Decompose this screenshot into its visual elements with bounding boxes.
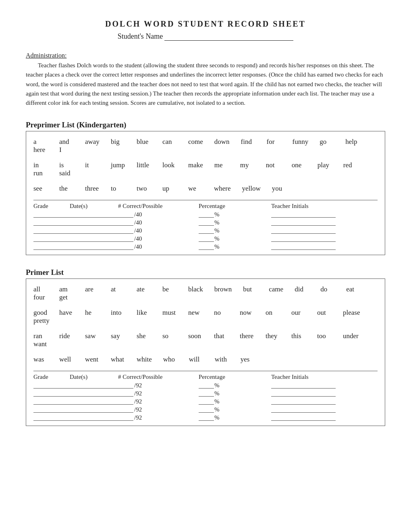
word: here	[33, 146, 48, 154]
correct-cell: /40	[118, 235, 199, 242]
primer-row2: good have he into like must new no now o…	[33, 309, 378, 325]
word: it	[85, 161, 100, 169]
word: down	[214, 138, 230, 146]
record-row: /92 %	[33, 398, 378, 405]
word: on	[266, 309, 280, 317]
word: black	[188, 285, 203, 293]
record-row: /92 %	[33, 414, 378, 421]
word: be	[162, 285, 177, 293]
record-header: Grade Date(s) # Correct/Possible Percent…	[33, 374, 378, 380]
pct-cell: %	[199, 243, 271, 250]
word: am	[59, 285, 74, 293]
word: this	[291, 332, 306, 340]
record-row: /40 %	[33, 227, 378, 234]
record-row: /40 %	[33, 235, 378, 242]
primer-section: Primer List all am are at ate be black b…	[26, 268, 385, 426]
correct-cell: /92	[118, 414, 199, 421]
correct-cell: /92	[118, 406, 199, 413]
word: who	[163, 355, 178, 364]
word: soon	[188, 332, 203, 340]
correct-cell: /40	[118, 243, 199, 250]
word: please	[343, 309, 360, 317]
correct-cell: /40	[118, 219, 199, 226]
word: out	[317, 309, 332, 317]
word: good	[33, 309, 48, 317]
word: not	[266, 161, 280, 169]
word: will	[189, 355, 203, 364]
student-name-input-line	[164, 32, 293, 41]
word: see	[33, 185, 48, 193]
col-percentage: Percentage	[199, 203, 271, 210]
col-dates: Date(s)	[70, 374, 118, 380]
initials-blank	[271, 415, 336, 421]
preprimer-section: Preprimer List (Kindergarten) a and away…	[26, 121, 385, 255]
word: want	[33, 340, 48, 348]
word: big	[111, 138, 125, 146]
col-initials: Teacher Initials	[271, 203, 336, 210]
record-row: /92 %	[33, 382, 378, 389]
col-dates: Date(s)	[70, 203, 118, 210]
pct-cell: %	[199, 390, 271, 397]
initials-blank	[271, 220, 336, 226]
initials-blank	[271, 236, 336, 242]
word: come	[188, 138, 203, 146]
word: I	[59, 146, 74, 154]
word: went	[85, 355, 100, 364]
page-title: DOLCH WORD STUDENT RECORD SHEET	[26, 19, 385, 29]
word: have	[59, 309, 74, 317]
grade-blank	[33, 236, 70, 242]
date-blank	[70, 399, 118, 405]
date-blank	[70, 220, 118, 226]
word: yellow	[242, 185, 261, 193]
date-blank	[70, 407, 118, 413]
word: yes	[241, 355, 255, 364]
primer-row1: all am are at ate be black brown but cam…	[33, 285, 378, 301]
word: under	[343, 332, 359, 340]
word: our	[291, 309, 306, 317]
word: four	[33, 293, 48, 301]
word: red	[343, 161, 358, 169]
grade-blank	[33, 399, 70, 405]
word: brown	[214, 285, 232, 293]
word: is	[59, 161, 74, 169]
col-grade: Grade	[33, 203, 70, 210]
word: must	[162, 309, 177, 317]
word: said	[59, 169, 74, 177]
word: make	[188, 161, 203, 169]
grade-blank	[33, 228, 70, 234]
word: play	[318, 161, 332, 169]
col-correct: # Correct/Possible	[118, 374, 199, 380]
word: there	[240, 332, 254, 340]
grade-blank	[33, 220, 70, 226]
pct-cell: %	[199, 398, 271, 405]
date-blank	[70, 212, 118, 218]
word: and	[59, 138, 74, 146]
word: three	[85, 185, 100, 193]
word: in	[33, 161, 48, 169]
word: my	[240, 161, 255, 169]
word: a	[33, 138, 48, 146]
word: that	[214, 332, 228, 340]
col-percentage: Percentage	[199, 374, 271, 380]
pct-cell: %	[199, 211, 271, 218]
preprimer-word-box: a and away big blue can come down find f…	[26, 131, 385, 255]
pct-cell: %	[199, 406, 271, 413]
word: me	[214, 161, 229, 169]
grade-blank	[33, 407, 70, 413]
word: pretty	[33, 317, 50, 325]
word: eat	[346, 285, 361, 293]
word: now	[240, 309, 254, 317]
word: did	[295, 285, 309, 293]
word: we	[188, 185, 203, 193]
student-name-line: Student's Name	[26, 32, 385, 41]
word: so	[162, 332, 177, 340]
correct-cell: /92	[118, 382, 199, 389]
word: new	[188, 309, 203, 317]
word: he	[85, 309, 100, 317]
date-blank	[70, 391, 118, 397]
primer-word-box: all am are at ate be black brown but cam…	[26, 278, 385, 426]
word: they	[266, 332, 280, 340]
pct-cell: %	[199, 227, 271, 234]
pct-cell: %	[199, 414, 271, 421]
word: at	[111, 285, 125, 293]
